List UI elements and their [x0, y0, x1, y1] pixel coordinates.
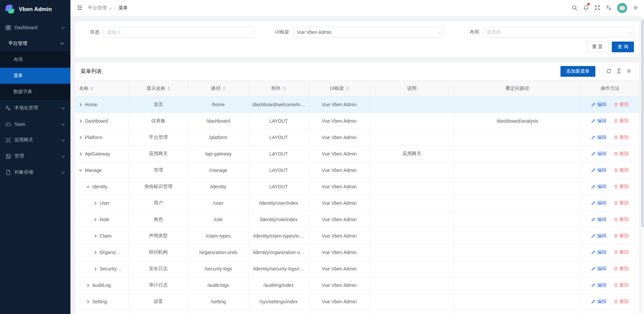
delete-button[interactable]: 删除 [613, 200, 629, 206]
cell-desc [370, 179, 454, 195]
edit-button[interactable]: 编辑 [591, 200, 606, 206]
filter-input[interactable] [107, 29, 251, 35]
expand-caret[interactable] [93, 267, 98, 271]
edit-button[interactable]: 编辑 [591, 102, 606, 108]
sidebar-item-platform[interactable]: 平台管理 [0, 36, 70, 52]
edit-button[interactable]: 编辑 [591, 134, 606, 140]
filter-input-wrap [103, 27, 254, 38]
delete-button[interactable]: 删除 [613, 134, 629, 140]
edit-button[interactable]: 编辑 [591, 282, 606, 288]
column-header-path[interactable]: 路径 [188, 81, 248, 97]
delete-button[interactable]: 删除 [613, 118, 629, 124]
expand-caret[interactable] [78, 152, 83, 156]
sidebar-item-label: 菜单 [13, 73, 23, 79]
delete-button[interactable]: 删除 [613, 249, 629, 255]
expand-caret[interactable] [78, 103, 83, 107]
sidebar-item-localization[interactable]: 本地化管理 [0, 100, 70, 116]
table-settings-button[interactable] [624, 66, 634, 76]
sidebar-item-layout[interactable]: 布局 [0, 52, 70, 68]
settings-button[interactable] [630, 0, 641, 16]
sort-caret[interactable] [283, 86, 286, 90]
sidebar-menu: Dashboard平台管理布局菜单数据字典本地化管理Saas应用网关管理对象存储 [0, 19, 70, 314]
edit-button[interactable]: 编辑 [591, 167, 606, 173]
table-row: Platform平台管理/platformLAYOUTVue Vben Admi… [75, 129, 639, 146]
delete-button[interactable]: 删除 [613, 151, 629, 157]
framework-select[interactable]: Vue Vben Admin [293, 27, 444, 38]
expand-caret[interactable] [93, 217, 98, 222]
cell-component: LAYOUT [248, 129, 309, 146]
sort-caret[interactable] [223, 86, 225, 90]
cell-redirect [454, 97, 581, 113]
delete-label: 删除 [620, 184, 629, 190]
column-header-component[interactable]: 组件 [248, 81, 309, 97]
edit-button[interactable]: 编辑 [591, 249, 606, 255]
cell-display: 首页 [128, 97, 188, 113]
delete-button[interactable]: 删除 [613, 266, 629, 272]
reset-button[interactable]: 重 置 [586, 42, 608, 52]
expand-caret[interactable] [78, 135, 83, 140]
notifications-button[interactable] [580, 0, 592, 16]
refresh-button[interactable] [604, 66, 614, 76]
expand-caret[interactable] [86, 185, 90, 189]
edit-icon [591, 168, 596, 173]
search-button[interactable] [569, 0, 580, 16]
cell-component: /sys/settings/index [248, 294, 309, 310]
edit-label: 编辑 [597, 249, 606, 255]
edit-button[interactable]: 编辑 [591, 184, 606, 190]
delete-button[interactable]: 删除 [613, 102, 629, 108]
fullscreen-button[interactable] [592, 0, 603, 16]
sidebar-item-api-gateway[interactable]: 应用网关 [0, 132, 70, 148]
sidebar-item-dashboard[interactable]: Dashboard [0, 19, 70, 36]
sidebar-item-label: 管理 [14, 153, 24, 159]
expand-caret[interactable] [78, 119, 83, 123]
language-button[interactable] [603, 0, 614, 16]
delete-button[interactable]: 删除 [613, 184, 629, 190]
scrollbar-thumb[interactable] [641, 19, 644, 227]
chevron-down-icon [61, 106, 65, 109]
page-scrollbar[interactable] [641, 16, 644, 314]
edit-button[interactable]: 编辑 [591, 151, 606, 157]
menu-name: Organiz… [100, 250, 121, 255]
edit-button[interactable]: 编辑 [591, 118, 606, 124]
sort-caret[interactable] [91, 86, 93, 90]
delete-button[interactable]: 删除 [613, 282, 629, 288]
sidebar-item-manage[interactable]: 管理 [0, 148, 70, 164]
expand-caret[interactable] [86, 283, 90, 288]
edit-label: 编辑 [597, 282, 606, 288]
sidebar-item-menu[interactable]: 菜单 [0, 68, 70, 84]
column-header-display[interactable]: 显示名称 [128, 81, 188, 97]
sidebar-item-dictionary[interactable]: 数据字典 [0, 84, 70, 100]
add-menu-button[interactable]: 添加新菜单 [560, 66, 595, 77]
sort-caret[interactable] [167, 86, 170, 90]
row-height-button[interactable] [614, 66, 624, 76]
edit-button[interactable]: 编辑 [591, 266, 606, 272]
sidebar-item-label: Dashboard [14, 25, 38, 30]
cell-desc [370, 113, 454, 129]
delete-button[interactable]: 删除 [613, 216, 629, 223]
column-header-name[interactable]: 名称 [75, 81, 128, 97]
expand-caret[interactable] [93, 201, 98, 205]
sort-caret[interactable] [346, 86, 349, 90]
sidebar-item-saas[interactable]: Saas [0, 116, 70, 132]
cell-framework: Vue Vben Admin [309, 195, 370, 211]
sidebar-collapse-button[interactable] [76, 0, 84, 16]
edit-button[interactable]: 编辑 [591, 233, 606, 239]
expand-caret[interactable] [93, 250, 98, 255]
column-header-framework[interactable]: UI框架 [309, 81, 370, 97]
cell-actions: 编辑删除 [581, 179, 639, 195]
breadcrumb-parent[interactable]: 平台管理 [88, 5, 111, 11]
delete-button[interactable]: 删除 [613, 167, 629, 173]
expand-caret[interactable] [78, 168, 83, 173]
query-button[interactable]: 查 询 [612, 42, 634, 52]
expand-caret[interactable] [93, 234, 98, 238]
user-avatar[interactable] [617, 3, 627, 13]
delete-button[interactable]: 删除 [613, 233, 629, 239]
edit-button[interactable]: 编辑 [591, 216, 606, 223]
expand-caret[interactable] [86, 300, 90, 304]
sidebar-item-object-storage[interactable]: 对象存储 [0, 164, 70, 180]
app-logo[interactable]: Vben Admin [0, 0, 70, 19]
chevron-down-icon [61, 154, 65, 158]
delete-button[interactable]: 删除 [613, 299, 629, 305]
edit-button[interactable]: 编辑 [591, 299, 606, 305]
layout-select[interactable]: 请选择 [483, 27, 634, 38]
